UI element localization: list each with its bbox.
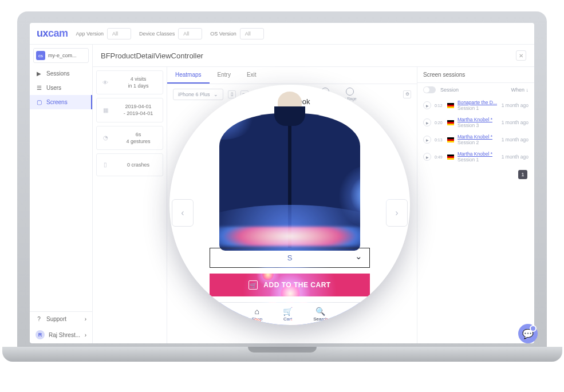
filter-os-version[interactable]: OS Version All xyxy=(210,28,264,39)
session-duration: 0:49 xyxy=(435,155,444,159)
flag-icon xyxy=(447,155,454,160)
session-sub: Session 2 xyxy=(457,140,492,145)
sidebar-item-account[interactable]: R Raj Shrest... › xyxy=(30,326,92,343)
session-sub: Session 3 xyxy=(457,122,492,128)
session-when: 1 month ago xyxy=(502,120,528,125)
prev-screen-button[interactable]: ‹ xyxy=(172,199,194,227)
heat-glow xyxy=(232,256,347,325)
sidebar-item-sessions[interactable]: ▶ Sessions xyxy=(30,66,92,81)
stat-visits: 👁 4 visitsin 1 days xyxy=(96,70,163,94)
session-when: 1 month ago xyxy=(502,102,528,108)
session-when: 1 month ago xyxy=(502,154,528,160)
filter-value[interactable]: All xyxy=(107,28,131,39)
page-title: BFProductDetailViewController xyxy=(101,52,203,60)
session-name[interactable]: Bonaparte the D... xyxy=(457,100,497,105)
magnifier-lens: ‹ Reebok Blue shirt 150 € 4.99 € -100% S… xyxy=(169,85,410,325)
chevron-down-icon: ⌄ xyxy=(214,92,218,97)
stat-date: ▦ 2019-04-01- 2019-04-01 xyxy=(96,98,163,122)
sidebar-item-support[interactable]: ? Support › xyxy=(30,312,92,326)
filter-label: OS Version xyxy=(210,31,236,37)
play-icon[interactable]: ▶ xyxy=(423,101,431,109)
chevron-right-icon: › xyxy=(85,332,86,338)
filter-label: Device Classes xyxy=(139,31,175,37)
session-row[interactable]: ▶0:20Martha Knobel *Session 31 month ago xyxy=(417,114,534,131)
device-select[interactable]: iPhone 6 Plus⌄ xyxy=(173,89,223,100)
tab-heatmaps[interactable]: Heatmaps xyxy=(167,67,210,84)
filter-device-classes[interactable]: Device Classes All xyxy=(139,28,202,39)
orientation-portrait-icon[interactable]: ▯ xyxy=(228,90,236,98)
sessions-title: Screen sessions xyxy=(417,67,534,83)
chevron-right-icon: › xyxy=(85,316,86,322)
sidebar: cs my-e_com... ▶ Sessions ☰ Users ▢ Scre… xyxy=(30,45,93,343)
users-icon: ☰ xyxy=(36,85,42,91)
heat-bar xyxy=(203,227,377,246)
play-icon[interactable]: ▶ xyxy=(423,153,431,161)
session-row[interactable]: ▶0:49Martha Knobel *Session 11 month ago xyxy=(417,148,534,165)
sidebar-item-label: Users xyxy=(46,85,61,91)
view-tabs: Heatmaps Entry Exit xyxy=(167,67,417,84)
filter-app-version[interactable]: App Version All xyxy=(76,28,132,39)
play-icon[interactable]: ▶ xyxy=(423,136,431,144)
filter-value[interactable]: All xyxy=(240,28,264,39)
sidebar-item-users[interactable]: ☰ Users xyxy=(30,81,92,95)
sessions-panel: Screen sessions Session When ↓ ▶0:12Bona… xyxy=(417,67,534,343)
sidebar-item-label: Support xyxy=(46,316,66,322)
eye-icon: 👁 xyxy=(99,76,112,89)
session-row[interactable]: ▶0:12Bonaparte the D...Session 11 month … xyxy=(417,97,534,114)
play-icon: ▶ xyxy=(36,70,42,77)
stat-duration: ◔ 6s4 gestures xyxy=(96,126,163,150)
bolt-icon: ▯ xyxy=(99,159,112,171)
screens-icon: ▢ xyxy=(36,99,42,105)
chat-fab[interactable]: 💬 xyxy=(518,324,538,343)
stats-column: 👁 4 visitsin 1 days ▦ 2019-04-01- 2019-0… xyxy=(93,67,167,343)
session-row[interactable]: ▶0:13Martha Knobel *Session 21 month ago xyxy=(417,131,534,148)
help-icon: ? xyxy=(36,316,42,322)
col-when[interactable]: When ↓ xyxy=(511,87,528,93)
session-when: 1 month ago xyxy=(502,137,528,142)
calendar-icon: ▦ xyxy=(99,104,112,116)
session-duration: 0:12 xyxy=(435,104,444,108)
logo: uxcam xyxy=(37,27,68,39)
filter-value[interactable]: All xyxy=(178,28,202,39)
play-icon[interactable]: ▶ xyxy=(423,118,431,126)
sidebar-item-label: Sessions xyxy=(46,70,70,77)
session-duration: 0:13 xyxy=(435,138,444,142)
top-bar: uxcam App Version All Device Classes All… xyxy=(30,23,534,45)
page-indicator: 1 xyxy=(518,170,527,179)
sessions-list: ▶0:12Bonaparte the D...Session 11 month … xyxy=(417,97,534,165)
session-sub: Session 1 xyxy=(457,105,497,111)
session-duration: 0:20 xyxy=(435,121,444,125)
session-name[interactable]: Martha Knobel * xyxy=(457,117,492,122)
autoplay-toggle[interactable] xyxy=(423,86,436,93)
stat-crashes: ▯ 0 crashes xyxy=(96,153,163,176)
session-sub: Session 1 xyxy=(457,157,492,163)
col-session: Session xyxy=(440,87,459,93)
sidebar-item-screens[interactable]: ▢ Screens xyxy=(30,95,92,109)
flag-icon xyxy=(447,120,454,125)
session-name[interactable]: Martha Knobel * xyxy=(457,134,492,140)
project-selector[interactable]: cs my-e_com... xyxy=(33,48,89,63)
flag-icon xyxy=(447,103,454,108)
tab-entry[interactable]: Entry xyxy=(210,67,239,84)
sidebar-item-label: Raj Shrest... xyxy=(49,332,80,338)
flag-icon xyxy=(447,137,454,142)
avatar: R xyxy=(36,330,45,339)
project-name: my-e_com... xyxy=(48,53,77,58)
laptop-notch xyxy=(248,347,317,353)
filter-label: App Version xyxy=(76,31,104,37)
close-button[interactable]: ✕ xyxy=(516,50,526,61)
settings-button[interactable]: ⚙ xyxy=(403,90,411,98)
sidebar-item-label: Screens xyxy=(46,99,68,105)
session-name[interactable]: Martha Knobel * xyxy=(457,151,492,157)
timer-icon: ◔ xyxy=(99,132,112,144)
project-badge: cs xyxy=(36,51,45,60)
tab-exit[interactable]: Exit xyxy=(239,67,265,84)
